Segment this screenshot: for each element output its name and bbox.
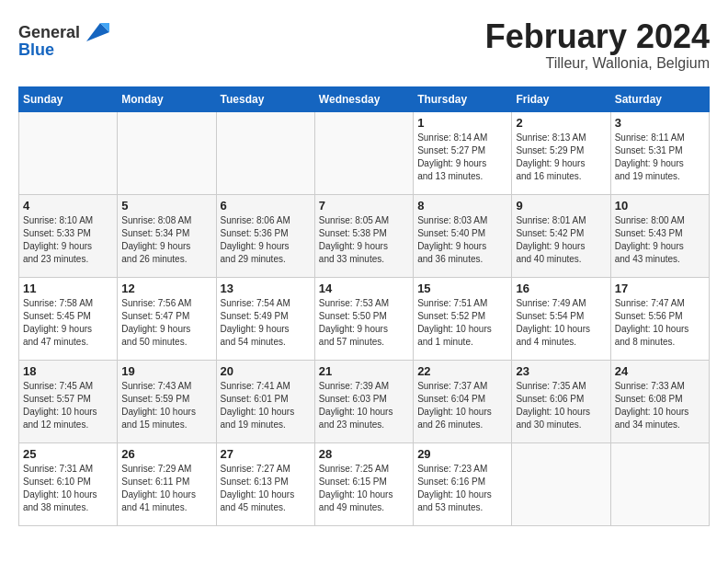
logo: General Blue (18, 18, 109, 60)
day-number: 3 (615, 116, 705, 130)
calendar-cell: 11Sunrise: 7:58 AM Sunset: 5:45 PM Dayli… (19, 277, 118, 360)
day-info: Sunrise: 7:35 AM Sunset: 6:06 PM Dayligh… (516, 380, 606, 431)
calendar-header-row: SundayMondayTuesdayWednesdayThursdayFrid… (19, 86, 710, 111)
calendar-cell: 21Sunrise: 7:39 AM Sunset: 6:03 PM Dayli… (314, 360, 413, 442)
day-number: 27 (221, 447, 311, 461)
day-info: Sunrise: 8:10 AM Sunset: 5:33 PM Dayligh… (23, 214, 113, 266)
day-info: Sunrise: 7:39 AM Sunset: 6:03 PM Dayligh… (319, 380, 409, 431)
day-number: 11 (23, 282, 113, 295)
day-info: Sunrise: 7:33 AM Sunset: 6:08 PM Dayligh… (615, 380, 705, 431)
calendar-cell (19, 111, 118, 194)
header-monday: Monday (118, 86, 216, 111)
calendar-cell (314, 111, 413, 194)
day-info: Sunrise: 8:13 AM Sunset: 5:29 PM Dayligh… (516, 132, 606, 183)
title-area: February 2024 Tilleur, Wallonia, Belgium (485, 18, 710, 72)
day-info: Sunrise: 7:51 AM Sunset: 5:52 PM Dayligh… (417, 297, 507, 349)
day-number: 28 (319, 447, 409, 461)
page-header: General Blue February 2024 Tilleur, Wall… (18, 18, 710, 72)
header-saturday: Saturday (610, 86, 709, 111)
day-number: 19 (121, 364, 211, 378)
day-info: Sunrise: 7:43 AM Sunset: 5:59 PM Dayligh… (121, 380, 211, 431)
day-info: Sunrise: 7:54 AM Sunset: 5:49 PM Dayligh… (221, 297, 311, 349)
logo-blue-text: Blue (18, 40, 54, 60)
header-friday: Friday (512, 86, 610, 111)
day-info: Sunrise: 7:31 AM Sunset: 6:10 PM Dayligh… (23, 463, 113, 514)
calendar-cell: 26Sunrise: 7:29 AM Sunset: 6:11 PM Dayli… (118, 442, 216, 525)
day-number: 4 (23, 199, 113, 213)
day-number: 2 (516, 116, 606, 130)
calendar-week-3: 11Sunrise: 7:58 AM Sunset: 5:45 PM Dayli… (19, 277, 710, 360)
day-number: 21 (319, 364, 409, 378)
calendar-week-2: 4Sunrise: 8:10 AM Sunset: 5:33 PM Daylig… (19, 194, 710, 277)
day-number: 6 (221, 199, 311, 213)
calendar-cell: 22Sunrise: 7:37 AM Sunset: 6:04 PM Dayli… (414, 360, 512, 442)
header-wednesday: Wednesday (314, 86, 413, 111)
day-number: 5 (121, 199, 211, 213)
calendar-week-4: 18Sunrise: 7:45 AM Sunset: 5:57 PM Dayli… (19, 360, 710, 442)
calendar-week-1: 1Sunrise: 8:14 AM Sunset: 5:27 PM Daylig… (19, 111, 710, 194)
calendar-cell: 24Sunrise: 7:33 AM Sunset: 6:08 PM Dayli… (610, 360, 709, 442)
calendar-cell: 12Sunrise: 7:56 AM Sunset: 5:47 PM Dayli… (118, 277, 216, 360)
day-number: 18 (23, 364, 113, 378)
calendar-cell: 25Sunrise: 7:31 AM Sunset: 6:10 PM Dayli… (19, 442, 118, 525)
calendar-week-5: 25Sunrise: 7:31 AM Sunset: 6:10 PM Dayli… (19, 442, 710, 525)
calendar-cell: 2Sunrise: 8:13 AM Sunset: 5:29 PM Daylig… (512, 111, 610, 194)
calendar-cell: 4Sunrise: 8:10 AM Sunset: 5:33 PM Daylig… (19, 194, 118, 277)
day-info: Sunrise: 7:25 AM Sunset: 6:15 PM Dayligh… (319, 463, 409, 514)
day-info: Sunrise: 7:56 AM Sunset: 5:47 PM Dayligh… (121, 297, 211, 349)
calendar-cell: 6Sunrise: 8:06 AM Sunset: 5:36 PM Daylig… (216, 194, 314, 277)
calendar-cell: 28Sunrise: 7:25 AM Sunset: 6:15 PM Dayli… (314, 442, 413, 525)
day-info: Sunrise: 8:14 AM Sunset: 5:27 PM Dayligh… (417, 132, 507, 183)
calendar-cell: 20Sunrise: 7:41 AM Sunset: 6:01 PM Dayli… (216, 360, 314, 442)
calendar-table: SundayMondayTuesdayWednesdayThursdayFrid… (18, 86, 710, 526)
day-number: 14 (319, 282, 409, 295)
calendar-cell: 9Sunrise: 8:01 AM Sunset: 5:42 PM Daylig… (512, 194, 610, 277)
calendar-cell: 27Sunrise: 7:27 AM Sunset: 6:13 PM Dayli… (216, 442, 314, 525)
day-info: Sunrise: 7:45 AM Sunset: 5:57 PM Dayligh… (23, 380, 113, 431)
day-number: 17 (615, 282, 705, 295)
day-info: Sunrise: 7:37 AM Sunset: 6:04 PM Dayligh… (417, 380, 507, 431)
day-info: Sunrise: 8:05 AM Sunset: 5:38 PM Dayligh… (319, 214, 409, 266)
calendar-cell: 7Sunrise: 8:05 AM Sunset: 5:38 PM Daylig… (314, 194, 413, 277)
logo-general-text: General (18, 23, 80, 42)
day-number: 15 (417, 282, 507, 295)
day-number: 9 (516, 199, 606, 213)
calendar-cell: 29Sunrise: 7:23 AM Sunset: 6:16 PM Dayli… (414, 442, 512, 525)
header-tuesday: Tuesday (216, 86, 314, 111)
day-info: Sunrise: 7:41 AM Sunset: 6:01 PM Dayligh… (221, 380, 311, 431)
day-info: Sunrise: 7:47 AM Sunset: 5:56 PM Dayligh… (615, 297, 705, 349)
day-number: 22 (417, 364, 507, 378)
header-thursday: Thursday (414, 86, 512, 111)
calendar-cell (610, 442, 709, 525)
day-info: Sunrise: 7:23 AM Sunset: 6:16 PM Dayligh… (417, 463, 507, 514)
page-title: February 2024 (485, 18, 710, 55)
calendar-cell: 23Sunrise: 7:35 AM Sunset: 6:06 PM Dayli… (512, 360, 610, 442)
calendar-cell: 3Sunrise: 8:11 AM Sunset: 5:31 PM Daylig… (610, 111, 709, 194)
day-info: Sunrise: 8:08 AM Sunset: 5:34 PM Dayligh… (121, 214, 211, 266)
calendar-cell (512, 442, 610, 525)
day-info: Sunrise: 7:29 AM Sunset: 6:11 PM Dayligh… (121, 463, 211, 514)
calendar-cell (216, 111, 314, 194)
calendar-cell: 14Sunrise: 7:53 AM Sunset: 5:50 PM Dayli… (314, 277, 413, 360)
day-number: 12 (121, 282, 211, 295)
day-number: 13 (221, 282, 311, 295)
day-info: Sunrise: 8:11 AM Sunset: 5:31 PM Dayligh… (615, 132, 705, 183)
day-number: 1 (417, 116, 507, 130)
calendar-cell: 1Sunrise: 8:14 AM Sunset: 5:27 PM Daylig… (414, 111, 512, 194)
day-info: Sunrise: 8:01 AM Sunset: 5:42 PM Dayligh… (516, 214, 606, 266)
day-number: 16 (516, 282, 606, 295)
day-number: 24 (615, 364, 705, 378)
day-number: 8 (417, 199, 507, 213)
calendar-cell: 17Sunrise: 7:47 AM Sunset: 5:56 PM Dayli… (610, 277, 709, 360)
page-subtitle: Tilleur, Wallonia, Belgium (485, 55, 710, 72)
calendar-cell: 13Sunrise: 7:54 AM Sunset: 5:49 PM Dayli… (216, 277, 314, 360)
day-number: 29 (417, 447, 507, 461)
calendar-cell: 5Sunrise: 8:08 AM Sunset: 5:34 PM Daylig… (118, 194, 216, 277)
day-info: Sunrise: 8:03 AM Sunset: 5:40 PM Dayligh… (417, 214, 507, 266)
calendar-cell: 16Sunrise: 7:49 AM Sunset: 5:54 PM Dayli… (512, 277, 610, 360)
logo-icon (82, 18, 109, 46)
day-info: Sunrise: 8:06 AM Sunset: 5:36 PM Dayligh… (221, 214, 311, 266)
calendar-cell: 18Sunrise: 7:45 AM Sunset: 5:57 PM Dayli… (19, 360, 118, 442)
day-info: Sunrise: 7:27 AM Sunset: 6:13 PM Dayligh… (221, 463, 311, 514)
day-number: 7 (319, 199, 409, 213)
